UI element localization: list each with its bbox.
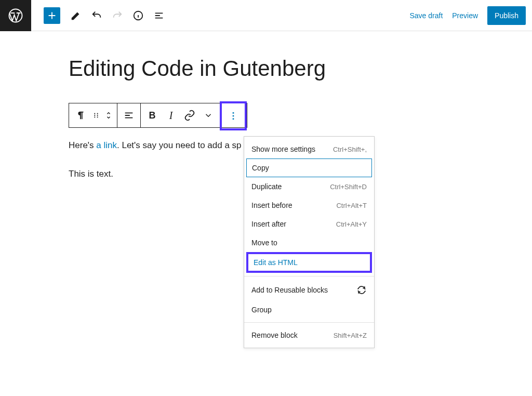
preview-button[interactable]: Preview — [452, 11, 478, 20]
wordpress-icon — [8, 8, 23, 23]
move-updown-button[interactable] — [102, 103, 115, 127]
menu-label: Remove block — [251, 331, 298, 339]
align-button[interactable] — [119, 103, 138, 127]
menu-move-to[interactable]: Move to — [244, 233, 374, 252]
menu-label: Move to — [251, 239, 277, 247]
block-options-menu: Show more settings Ctrl+Shift+, Copy Dup… — [244, 136, 375, 348]
align-left-icon — [123, 110, 135, 121]
drag-icon — [92, 111, 100, 120]
plus-icon — [46, 10, 58, 21]
block-toolbar: B I — [69, 103, 247, 128]
outline-button[interactable] — [150, 6, 168, 25]
svg-point-6 — [94, 116, 95, 117]
updown-icon — [104, 110, 113, 121]
menu-show-more-settings[interactable]: Show more settings Ctrl+Shift+, — [244, 140, 374, 159]
save-draft-button[interactable]: Save draft — [409, 11, 443, 20]
add-block-button[interactable] — [44, 7, 60, 24]
menu-label: Insert before — [251, 201, 292, 209]
reusable-icon — [356, 285, 367, 295]
wp-logo[interactable] — [0, 0, 31, 31]
menu-shortcut: Ctrl+Shift+, — [333, 146, 367, 153]
svg-point-9 — [233, 115, 234, 117]
drag-handle[interactable] — [90, 103, 102, 127]
menu-label: Insert after — [251, 220, 286, 228]
menu-shortcut: Ctrl+Shift+D — [330, 183, 367, 191]
menu-copy[interactable]: Copy — [246, 159, 372, 177]
menu-edit-as-html[interactable]: Edit as HTML — [246, 252, 372, 273]
svg-point-7 — [97, 116, 98, 117]
svg-point-4 — [94, 115, 95, 116]
menu-label: Group — [251, 306, 272, 314]
chevron-down-icon — [204, 111, 213, 120]
bold-button[interactable]: B — [143, 103, 162, 127]
menu-label: Edit as HTML — [254, 258, 298, 267]
menu-shortcut: Ctrl+Alt+T — [336, 202, 367, 209]
more-options-button[interactable] — [224, 104, 243, 128]
link-icon — [184, 110, 195, 121]
block-type-button[interactable] — [71, 103, 90, 127]
info-button[interactable] — [129, 6, 148, 25]
more-options-highlight — [220, 101, 247, 130]
menu-label: Copy — [252, 164, 269, 172]
menu-label: Duplicate — [251, 182, 282, 191]
pencil-icon — [70, 10, 82, 21]
p1-prefix: Here's — [69, 140, 96, 150]
menu-add-reusable[interactable]: Add to Reusable blocks — [244, 280, 374, 300]
top-toolbar: Save draft Preview Publish — [0, 0, 532, 31]
menu-label: Show more settings — [251, 145, 315, 153]
menu-remove-block[interactable]: Remove block Shift+Alt+Z — [244, 326, 374, 345]
menu-shortcut: Ctrl+Alt+Y — [336, 220, 367, 228]
edit-mode-button[interactable] — [66, 6, 85, 25]
toolbar-left — [31, 6, 168, 25]
pilcrow-icon — [75, 110, 86, 121]
undo-icon — [91, 10, 102, 21]
svg-point-10 — [233, 118, 234, 120]
svg-point-8 — [233, 112, 234, 114]
kebab-icon — [228, 111, 238, 121]
publish-button[interactable]: Publish — [487, 6, 526, 25]
svg-point-5 — [97, 115, 98, 116]
redo-icon — [112, 10, 123, 21]
editor-canvas: Editing Code in Gutenberg B I — [0, 31, 532, 181]
italic-button[interactable]: I — [162, 103, 180, 127]
toolbar-right: Save draft Preview Publish — [409, 6, 532, 25]
p1-link[interactable]: a link — [96, 140, 117, 150]
menu-group[interactable]: Group — [244, 300, 374, 319]
menu-duplicate[interactable]: Duplicate Ctrl+Shift+D — [244, 177, 374, 196]
menu-shortcut: Shift+Alt+Z — [334, 332, 367, 339]
post-title[interactable]: Editing Code in Gutenberg — [69, 56, 532, 81]
menu-insert-after[interactable]: Insert after Ctrl+Alt+Y — [244, 215, 374, 233]
redo-button[interactable] — [108, 6, 127, 25]
more-rich-button[interactable] — [199, 103, 218, 127]
link-button[interactable] — [180, 103, 199, 127]
svg-point-3 — [97, 113, 98, 114]
list-icon — [153, 10, 165, 21]
menu-insert-before[interactable]: Insert before Ctrl+Alt+T — [244, 196, 374, 215]
menu-label: Add to Reusable blocks — [251, 286, 328, 294]
undo-button[interactable] — [87, 6, 106, 25]
svg-point-2 — [94, 113, 95, 114]
info-icon — [132, 10, 144, 21]
p1-suffix: . Let's say you need to add a sp — [117, 140, 242, 150]
